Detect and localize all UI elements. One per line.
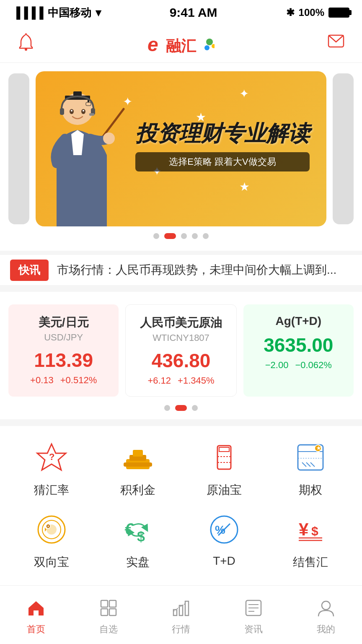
- nav-item-market[interactable]: 行情: [145, 595, 217, 636]
- market-dots: [8, 405, 354, 411]
- menu-label-guess-rate: 猜汇率: [34, 482, 69, 498]
- status-bar: ▐▐▐▐ 中国移动 ▾ 9:41 AM ✱ 100%: [0, 0, 362, 25]
- banner-dot-5[interactable]: [203, 233, 209, 239]
- app-header: e 融汇: [0, 25, 362, 63]
- svg-marker-21: [71, 130, 84, 155]
- market-section: 美元/日元 USD/JPY 113.39 +0.13 +0.512% 人民币美元…: [0, 292, 362, 419]
- svg-rect-17: [60, 108, 64, 115]
- market-change1a: +0.13: [30, 375, 54, 386]
- banner-dot-1[interactable]: [153, 233, 159, 239]
- menu-item-live[interactable]: € $ 实盘: [95, 511, 181, 570]
- notification-button[interactable]: [17, 33, 35, 55]
- status-right: ✱ 100%: [286, 7, 349, 18]
- banner-dot-4[interactable]: [192, 233, 198, 239]
- news-text: 市场行情：人民币再现跌势，未理中间价大幅上调到...: [57, 262, 336, 278]
- oil-icon: [205, 439, 243, 476]
- banner-main[interactable]: ✦ ★ ✦ ★ ✦: [36, 71, 326, 226]
- market-dot-3[interactable]: [192, 405, 198, 411]
- menu-item-options[interactable]: ★ 期权: [267, 439, 354, 498]
- market-icon: [172, 599, 190, 621]
- menu-item-guess-rate[interactable]: ? 猜汇率: [8, 439, 95, 498]
- banner-dots: [0, 233, 362, 239]
- menu-item-td[interactable]: % T+D: [181, 511, 267, 570]
- market-price-3: 3635.00: [252, 334, 345, 356]
- td-icon: %: [205, 511, 243, 548]
- banner-text-area: 投资理财专业解读 选择E策略 跟着大V做交易: [135, 121, 310, 171]
- svg-line-41: [310, 462, 315, 467]
- menu-label-oil: 原油宝: [207, 482, 242, 498]
- nav-label-home: 首页: [27, 623, 45, 636]
- market-name-2: 人民币美元原油: [134, 315, 228, 331]
- svg-rect-60: [179, 605, 183, 615]
- svg-rect-56: [109, 600, 116, 607]
- message-button[interactable]: [327, 33, 345, 55]
- settlement-icon: ¥ $: [292, 511, 329, 548]
- svg-rect-61: [185, 601, 189, 615]
- menu-item-gold[interactable]: 积利金: [95, 439, 181, 498]
- market-card-ag[interactable]: Ag(T+D) 3635.00 −2.00 −0.062%: [243, 304, 354, 397]
- nav-item-profile[interactable]: 我的: [290, 595, 362, 636]
- market-card-oil[interactable]: 人民币美元原油 WTICNY1807 436.80 +6.12 +1.345%: [125, 304, 236, 397]
- menu-label-options: 期权: [299, 482, 322, 498]
- nav-label-news: 资讯: [244, 623, 263, 636]
- menu-label-settlement: 结售汇: [293, 554, 328, 570]
- svg-rect-12: [86, 102, 91, 106]
- svg-point-16: [83, 110, 84, 112]
- market-change2b: +1.345%: [178, 375, 214, 386]
- market-change3a: −2.00: [265, 360, 289, 371]
- nav-item-home[interactable]: 首页: [0, 595, 72, 636]
- svg-text:¥: ¥: [299, 519, 309, 539]
- menu-grid: ? 猜汇率 积利金: [8, 439, 354, 570]
- bluetooth-icon: ✱: [286, 7, 295, 18]
- app-logo: e 融汇: [147, 34, 215, 55]
- signal-icon: ▐▐▐▐: [13, 6, 44, 19]
- nav-item-news[interactable]: 资讯: [217, 595, 290, 636]
- news-badge: 快讯: [10, 260, 49, 281]
- menu-label-td: T+D: [213, 554, 235, 568]
- gold-icon: [119, 439, 157, 476]
- status-time: 9:41 AM: [170, 5, 217, 20]
- banner-title: 投资理财专业解读: [135, 121, 310, 146]
- live-icon: € $: [119, 511, 157, 548]
- svg-text:★: ★: [316, 445, 321, 451]
- menu-item-oil[interactable]: 原油宝: [181, 439, 267, 498]
- wifi-icon: ▾: [96, 6, 101, 19]
- menu-item-settlement[interactable]: ¥ $ 结售汇: [267, 511, 354, 570]
- two-way-icon: [33, 511, 70, 548]
- menu-label-live: 实盘: [126, 554, 150, 570]
- market-code-2: WTICNY1807: [134, 332, 228, 343]
- svg-line-39: [302, 462, 306, 467]
- market-dot-2[interactable]: [175, 405, 187, 411]
- market-cards: 美元/日元 USD/JPY 113.39 +0.13 +0.512% 人民币美元…: [8, 304, 354, 397]
- market-change-3: −2.00 −0.062%: [252, 360, 345, 371]
- market-change-1: +0.13 +0.512%: [17, 375, 110, 386]
- guess-rate-icon: ?: [33, 439, 70, 476]
- news-icon: [244, 599, 263, 621]
- banner-dot-2[interactable]: [164, 233, 176, 239]
- svg-rect-29: [124, 462, 152, 467]
- svg-point-4: [206, 39, 213, 45]
- market-code-1: USD/JPY: [17, 332, 110, 343]
- market-change3b: −0.062%: [295, 360, 331, 371]
- status-left: ▐▐▐▐ 中国移动 ▾: [13, 5, 101, 20]
- svg-rect-57: [101, 609, 108, 615]
- menu-item-two-way[interactable]: 双向宝: [8, 511, 95, 570]
- market-dot-1[interactable]: [164, 405, 170, 411]
- banner-dot-3[interactable]: [181, 233, 187, 239]
- home-icon: [27, 599, 45, 621]
- menu-section: ? 猜汇率 积利金: [0, 426, 362, 587]
- market-name-1: 美元/日元: [17, 314, 110, 330]
- battery-percent: 100%: [299, 7, 324, 18]
- news-ticker[interactable]: 快讯 市场行情：人民币再现跌势，未理中间价大幅上调到...: [0, 255, 362, 285]
- nav-item-watchlist[interactable]: 自选: [72, 595, 145, 636]
- bottom-nav: 首页 自选 行情: [0, 585, 362, 644]
- profile-icon: [317, 599, 335, 621]
- banner-side-left: [8, 73, 29, 224]
- banner-section: ✦ ★ ✦ ★ ✦: [0, 63, 362, 251]
- market-price-1: 113.39: [17, 349, 110, 371]
- svg-text:?: ?: [49, 452, 54, 462]
- banner-character: [44, 84, 128, 226]
- svg-point-6: [204, 45, 209, 50]
- market-card-usdjpy[interactable]: 美元/日元 USD/JPY 113.39 +0.13 +0.512%: [8, 304, 119, 397]
- svg-rect-55: [101, 600, 108, 607]
